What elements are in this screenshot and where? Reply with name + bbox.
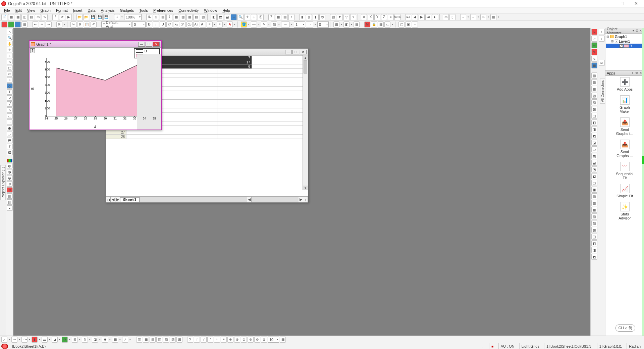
apps-pin-icon[interactable]: ⦿ (635, 71, 639, 75)
palette-button[interactable]: ▦ (354, 21, 360, 28)
arrow2-dropdown[interactable]: ▾ (477, 14, 480, 20)
none-button[interactable]: NONE (394, 14, 400, 20)
panel-button[interactable]: ▥ (180, 14, 186, 20)
sheet-tab[interactable]: Sheet1 (120, 197, 140, 202)
rt1-26[interactable]: ▥ (591, 200, 597, 206)
rt1-9[interactable]: ▦ (591, 86, 597, 92)
bt-templ-7[interactable]: ▩ (176, 337, 182, 343)
rt1-12[interactable]: ▩ (591, 106, 597, 112)
color-tool-1[interactable]: ◐ (7, 163, 13, 168)
rt1-27[interactable]: ▦ (591, 207, 597, 213)
bt-math-8[interactable]: ⊗ (234, 337, 240, 343)
font-color-button[interactable]: A (227, 21, 233, 28)
rt1-13[interactable]: ◫ (591, 113, 597, 119)
bt-hist[interactable]: ▯ (82, 337, 88, 343)
app-item[interactable]: 📈Simple Fit (615, 184, 635, 198)
new-notes-button[interactable]: ✎ (42, 14, 48, 20)
arrow1-button[interactable]: → (460, 14, 466, 20)
text-valign-button[interactable]: ≡ (217, 21, 223, 28)
gradient-button[interactable]: ◧ (343, 21, 350, 28)
rt1-20[interactable]: ⬓ (591, 160, 597, 166)
bt-templ-5[interactable]: ▧ (163, 337, 169, 343)
bt-contour[interactable]: ◉ (102, 337, 108, 343)
print-button[interactable]: 🖶 (146, 14, 152, 20)
layer-button[interactable]: 1 (30, 48, 35, 53)
menu-file[interactable]: File (1, 7, 13, 13)
rt1-2[interactable]: ↗ (591, 36, 597, 42)
align-right-button[interactable]: ⇥ (46, 21, 52, 28)
symbol-size-combo[interactable]: 0 (317, 21, 329, 28)
format-1-button[interactable] (1, 21, 7, 28)
color-tool-2[interactable]: ◑ (7, 169, 13, 174)
app-item[interactable]: 📊Graph Maker (615, 95, 635, 113)
apps-header[interactable]: Apps ▾ ⦿ ✕ (605, 70, 644, 76)
import-dropdown[interactable]: ▾ (121, 14, 123, 20)
bt-surface[interactable]: ▦ (112, 337, 118, 343)
line-width-combo[interactable]: 1 (294, 21, 305, 28)
window-close-button[interactable]: ✕ (629, 0, 643, 7)
bt-templ-3[interactable]: ▤ (150, 337, 156, 343)
bt-templ-6[interactable]: ▨ (170, 337, 176, 343)
rescale-button[interactable]: ↔ (231, 14, 237, 20)
bt-line[interactable]: ⟋ (1, 337, 7, 343)
object-manager-header[interactable]: Object Manager ▾ ⦿ ✕ (605, 28, 644, 34)
app-item[interactable]: 〰Sequential Fit (615, 162, 635, 180)
pen-color-dropdown[interactable]: ▾ (268, 21, 270, 28)
text-tool[interactable]: T (7, 89, 13, 95)
bt-scatter[interactable]: ⋯ (11, 337, 17, 343)
align-center-button[interactable]: ⇔ (39, 21, 45, 28)
cut-button[interactable]: ✂ (70, 21, 76, 28)
mask-button[interactable]: ▨ (330, 14, 336, 20)
rt1-18[interactable]: ▭ (591, 146, 597, 152)
rt1-31[interactable]: ◫ (591, 234, 597, 240)
draw-data-tool[interactable]: ✎ (7, 59, 13, 64)
sheet-hscroll-right[interactable]: ▶ (299, 197, 303, 202)
app-item[interactable]: ➕Add Apps (615, 77, 635, 91)
bt-math-11[interactable]: ⊚ (254, 337, 260, 343)
format-4-button[interactable]: ▦ (21, 21, 28, 28)
underline-button[interactable]: U (160, 21, 166, 28)
bt-math-3[interactable]: √ (201, 337, 207, 343)
layer-mgmt-button[interactable]: ▭ (384, 21, 390, 28)
menu-help[interactable]: Help (220, 7, 233, 13)
zoom-combo[interactable]: 100% (124, 14, 142, 20)
rt1-33[interactable]: ◨ (591, 247, 597, 253)
app-item[interactable]: 📤Send Graphs ... (615, 140, 635, 158)
increase-font-button[interactable]: A↑ (193, 21, 199, 28)
reader-button[interactable]: ✛ (244, 14, 250, 20)
next-button[interactable]: ▶ (419, 14, 425, 20)
status-unit[interactable]: Radian (627, 343, 643, 349)
column-chart-button[interactable]: ▯ (306, 14, 312, 20)
zoom-in-tool[interactable]: 🔍 (7, 35, 13, 40)
bar-chart-button[interactable]: ▮ (299, 14, 305, 20)
copy-format-dropdown[interactable]: ▾ (63, 21, 66, 28)
font-color-dropdown[interactable]: ▾ (233, 21, 236, 28)
bt-math-6[interactable]: ≡ (221, 337, 227, 343)
tree-plot-row[interactable]: ✓ B (606, 44, 643, 48)
arrow2-button[interactable]: → (470, 14, 476, 20)
x-col-button[interactable]: ✕ (361, 14, 367, 20)
hatch-button[interactable]: ▩ (333, 21, 339, 28)
bt-math-2[interactable]: ∫ (194, 337, 200, 343)
app-item[interactable]: 📤Send Graphs t... (615, 117, 635, 136)
bt-area[interactable]: ◢ (52, 337, 58, 343)
worksheet-vscrollbar[interactable]: ▲ ▼ (303, 55, 308, 190)
insert-graph-dropdown[interactable]: ▾ (497, 14, 500, 20)
data-reader-tool[interactable]: ✛ (7, 47, 13, 52)
fill-color-button[interactable]: 🪣 (241, 21, 247, 28)
graph-minimize-button[interactable]: — (138, 42, 145, 47)
rt1-15[interactable]: ◨ (591, 126, 597, 132)
bt-column[interactable]: ▮ (32, 337, 38, 343)
line-dash-dropdown[interactable]: ▾ (290, 21, 293, 28)
menu-format[interactable]: Format (53, 7, 70, 13)
object-manager-tree[interactable]: ⊟ Graph1 ⊟✓ Layer1 ✓ B (605, 34, 644, 70)
win-tile-button[interactable]: ▯ (449, 14, 455, 20)
panel4-button[interactable]: ▧ (200, 14, 206, 20)
rt1-19[interactable]: ⬒ (591, 153, 597, 159)
text-align-left-button[interactable]: ≡ (207, 21, 213, 28)
rt1-16[interactable]: ◩ (591, 133, 597, 139)
pie-button[interactable]: ◔ (319, 14, 325, 20)
pattern-button[interactable]: ▨ (271, 21, 277, 28)
filter-button[interactable]: ▼ (337, 14, 343, 20)
status-record-icon[interactable]: ■ (489, 343, 496, 349)
